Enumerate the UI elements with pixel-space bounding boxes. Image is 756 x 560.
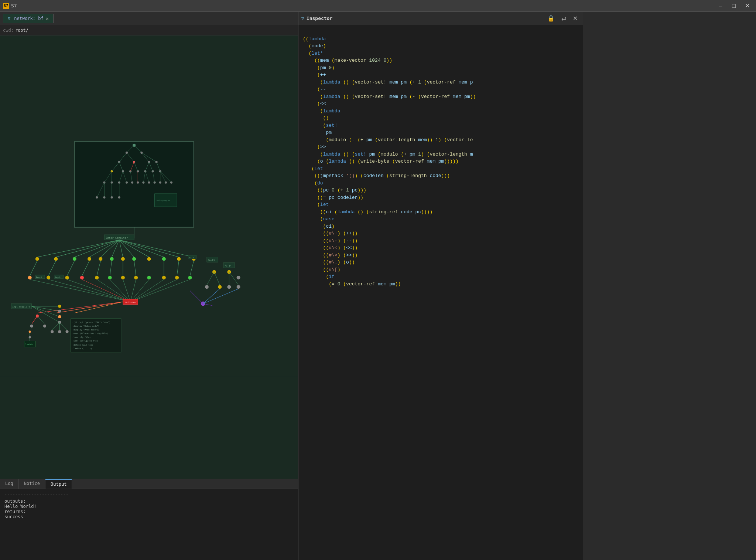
cwd-bar: cwd: root/ (0, 25, 298, 35)
minimize-button[interactable]: – (715, 0, 726, 12)
svg-text:impl-module-4: impl-module-4 (12, 305, 30, 308)
svg-text:(load cfg-file): (load cfg-file) (72, 336, 91, 339)
svg-text:((if (eq? (getenv "ENV") "dev": ((if (eq? (getenv "ENV") "dev") (72, 321, 110, 324)
svg-text:lambda: lambda (25, 343, 34, 346)
svg-text:(lambda () ...)): (lambda () ...)) (72, 347, 92, 350)
inspector-controls: 🔒 ⇄ ✕ (545, 14, 580, 23)
svg-point-85 (132, 257, 136, 261)
main-layout: ▽ network: bf ✕ cwd: root/ (0, 12, 756, 560)
separator: ------------------------ (4, 492, 294, 497)
svg-point-109 (134, 276, 138, 279)
svg-point-168 (29, 330, 31, 333)
svg-point-112 (175, 276, 179, 279)
svg-point-106 (95, 276, 99, 279)
svg-point-181 (205, 285, 209, 289)
svg-point-151 (66, 330, 69, 333)
svg-point-83 (110, 257, 114, 261)
svg-text:Fa-13: Fa-13 (208, 259, 215, 261)
inspector-lock-button[interactable]: 🔒 (545, 14, 557, 23)
svg-point-14 (155, 161, 158, 163)
inspector-close-button[interactable]: ✕ (571, 14, 580, 23)
svg-point-137 (58, 305, 61, 308)
inspector-layout-button[interactable]: ⇄ (559, 14, 568, 23)
network-graph-svg: main-program (0, 35, 298, 479)
inspector-code-view[interactable]: ((lambda (code) (let* ((mem (make-vector… (298, 25, 583, 560)
svg-point-169 (29, 336, 31, 338)
output-line-4: success (4, 514, 294, 519)
svg-point-10 (140, 152, 143, 154)
svg-text:(display "Prod mode")): (display "Prod mode")) (72, 329, 99, 331)
tab-notice[interactable]: Notice (19, 479, 45, 489)
svg-point-86 (147, 257, 151, 261)
canvas-area[interactable]: main-program (0, 35, 298, 479)
tab-output[interactable]: Output (45, 479, 72, 489)
svg-point-107 (108, 276, 112, 279)
tab-close-button[interactable]: ✕ (46, 16, 49, 21)
svg-point-138 (58, 310, 61, 313)
svg-point-79 (54, 257, 58, 261)
svg-point-110 (147, 276, 151, 279)
svg-text:(when (file-exists? cfg-file): (when (file-exists? cfg-file) (72, 332, 108, 335)
svg-point-78 (35, 257, 39, 261)
svg-text:main-exec: main-exec (125, 301, 137, 303)
bottom-panel: Log Notice Output ----------------------… (0, 479, 298, 560)
tab-log[interactable]: Log (0, 479, 19, 489)
svg-text:(display "Debug mode"): (display "Debug mode") (72, 325, 99, 327)
output-line-2: Hello World! (4, 504, 294, 509)
close-button[interactable]: ✕ (741, 0, 753, 12)
svg-point-150 (58, 330, 61, 333)
svg-text:Reg-9: Reg-9 (55, 276, 60, 279)
svg-rect-1 (75, 142, 194, 227)
svg-point-87 (162, 257, 166, 261)
svg-point-108 (121, 276, 125, 279)
svg-point-80 (73, 257, 76, 261)
cwd-label: cwd: (3, 28, 14, 33)
bottom-tabs: Log Notice Output (0, 479, 298, 489)
svg-text:Reg-8: Reg-8 (36, 276, 42, 279)
output-line-3: returns: (4, 509, 294, 514)
bottom-output: ------------------------ outputs: Hello … (0, 489, 298, 560)
svg-point-8 (133, 144, 136, 147)
app-icon: S7 (3, 3, 9, 9)
inspector-title-group: ▽ Inspector (301, 16, 332, 21)
svg-text:(define main-loop: (define main-loop (72, 344, 93, 346)
svg-point-81 (88, 257, 91, 261)
inspector-filter-icon: ▽ (301, 16, 304, 21)
svg-point-102 (28, 276, 32, 279)
svg-point-104 (65, 276, 69, 279)
maximize-button[interactable]: □ (728, 0, 740, 12)
output-line-1: outputs: (4, 499, 294, 504)
svg-point-139 (58, 315, 61, 318)
svg-point-105 (80, 276, 84, 279)
svg-point-176 (237, 276, 240, 279)
svg-point-174 (212, 270, 216, 274)
inspector-title-label: Inspector (307, 16, 332, 21)
inspector-header: ▽ Inspector 🔒 ⇄ ✕ (298, 12, 583, 25)
svg-text:Fa-4: Fa-4 (189, 257, 194, 259)
svg-point-182 (218, 285, 222, 289)
svg-point-82 (99, 257, 102, 261)
title-bar: S7 S7 – □ ✕ (0, 0, 756, 12)
network-tab[interactable]: ▽ network: bf ✕ (3, 14, 54, 23)
panel-header: ▽ network: bf ✕ (0, 12, 298, 25)
svg-point-84 (121, 257, 125, 261)
svg-text:main-program: main-program (157, 199, 170, 202)
svg-point-113 (188, 276, 192, 279)
svg-point-148 (43, 325, 46, 327)
svg-point-149 (51, 330, 54, 333)
svg-text:Enter Computer: Enter Computer (106, 236, 127, 240)
svg-text:(set! configured #t)): (set! configured #t)) (72, 340, 98, 342)
svg-point-13 (148, 161, 150, 163)
svg-point-184 (237, 285, 240, 289)
tab-label: network: bf (14, 16, 43, 21)
left-panel: ▽ network: bf ✕ cwd: root/ (0, 12, 298, 560)
svg-text:Fa-14: Fa-14 (225, 264, 232, 267)
filter-icon: ▽ (8, 16, 10, 21)
svg-point-183 (227, 285, 231, 289)
svg-point-88 (177, 257, 181, 261)
cwd-path: root/ (15, 28, 28, 33)
window-controls: – □ ✕ (715, 0, 753, 12)
svg-point-9 (126, 152, 128, 154)
svg-point-147 (30, 325, 33, 327)
svg-point-12 (133, 161, 135, 163)
